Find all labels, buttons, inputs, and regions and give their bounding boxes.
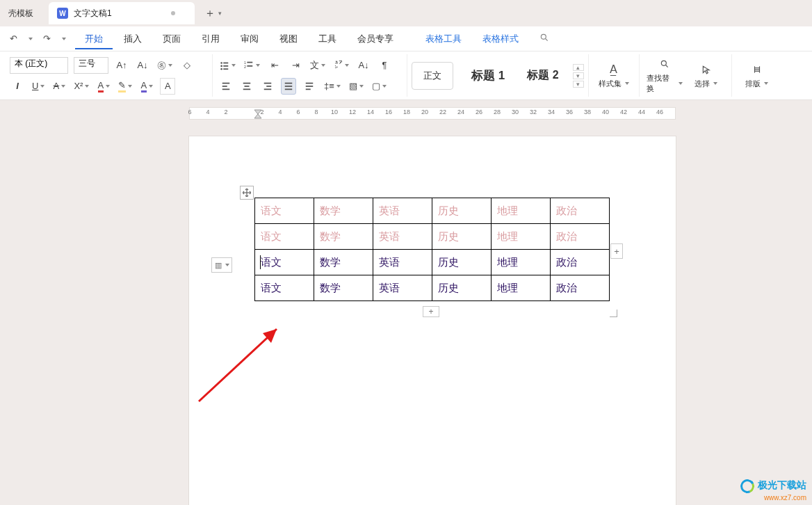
search-icon[interactable]: [539, 33, 549, 45]
menu-table-style[interactable]: 表格样式: [473, 29, 528, 49]
line-spacing-button[interactable]: ‡≡: [323, 78, 342, 95]
select-button[interactable]: 选择: [687, 54, 726, 97]
table-cell[interactable]: 数学: [314, 224, 373, 250]
chevron-down-icon[interactable]: ▾: [573, 72, 584, 79]
table-cell[interactable]: 英语: [373, 250, 432, 275]
table-cell[interactable]: 历史: [432, 250, 492, 275]
horizontal-ruler[interactable]: 6422468101214161820222426283032343638404…: [0, 107, 812, 122]
underline-button[interactable]: U: [31, 78, 46, 95]
table-row[interactable]: 语文 数学 英语 历史 地理 政治: [255, 275, 610, 301]
quick-access-more[interactable]: [56, 31, 71, 47]
table-cell[interactable]: 数学: [314, 250, 373, 275]
layout-button[interactable]: 排版: [738, 60, 777, 92]
style-heading2[interactable]: 标题 2: [516, 59, 569, 93]
add-row-button[interactable]: +: [423, 306, 439, 317]
style-normal[interactable]: 正文: [412, 62, 453, 90]
sort-button[interactable]: A↓: [356, 57, 371, 74]
table-cell[interactable]: 语文: [255, 198, 314, 224]
change-case-button[interactable]: ㊔: [156, 57, 174, 74]
font-color-button[interactable]: A: [96, 78, 111, 95]
superscript-button[interactable]: X²: [72, 78, 90, 95]
menu-insert[interactable]: 插入: [114, 29, 152, 49]
table-cell[interactable]: 语文: [255, 275, 314, 301]
document-table[interactable]: 语文 数学 英语 历史 地理 政治 语文 数学 英语 历史 地理 政治 语文 数…: [254, 198, 610, 301]
ruler-tick: 32: [530, 109, 537, 115]
align-left-button[interactable]: [218, 78, 234, 95]
table-cell[interactable]: 英语: [373, 224, 432, 250]
strike-button[interactable]: A: [51, 78, 67, 95]
align-center-button[interactable]: [239, 78, 254, 95]
style-heading1[interactable]: 标题 1: [460, 59, 516, 93]
shading-button[interactable]: A: [139, 78, 154, 95]
menu-table-tools[interactable]: 表格工具: [416, 29, 471, 49]
new-tab-button[interactable]: ＋ ▾: [204, 6, 222, 21]
table-move-handle[interactable]: [240, 186, 254, 200]
borders-button[interactable]: ▢: [371, 78, 388, 95]
table-cell[interactable]: 数学: [314, 198, 373, 224]
document-tab[interactable]: W 文字文稿1: [49, 2, 195, 24]
table-cell[interactable]: 数学: [314, 275, 373, 301]
table-cell[interactable]: 政治: [551, 224, 610, 250]
para-shading-button[interactable]: ▧: [348, 78, 365, 95]
table-options-button[interactable]: ▥: [211, 257, 232, 273]
table-cell[interactable]: 语文: [255, 224, 314, 250]
decrease-font-button[interactable]: A↓: [135, 57, 150, 74]
style-expand-icon[interactable]: ▾: [573, 81, 584, 88]
template-tab[interactable]: 壳模板: [0, 2, 42, 24]
watermark-title: 极光下载站: [758, 479, 806, 490]
character-border-button[interactable]: A: [160, 78, 175, 95]
font-family-select[interactable]: 本 (正文): [10, 57, 68, 74]
document-page[interactable]: [189, 136, 676, 505]
menu-page[interactable]: 页面: [153, 29, 190, 49]
table-cell[interactable]: 历史: [432, 224, 492, 250]
align-distribute-button[interactable]: [302, 78, 317, 95]
style-scroll-buttons[interactable]: ▴ ▾ ▾: [573, 64, 584, 88]
phonetic-guide-button[interactable]: ㍐: [332, 57, 350, 74]
undo-button[interactable]: ↶: [6, 31, 21, 47]
menu-start[interactable]: 开始: [75, 29, 113, 49]
table-cell[interactable]: 地理: [492, 224, 551, 250]
styleset-label: 样式集: [599, 79, 622, 89]
decrease-indent-button[interactable]: ⇤: [267, 57, 282, 74]
table-cell[interactable]: 历史: [432, 275, 492, 301]
document-canvas[interactable]: [0, 122, 812, 505]
undo-history-button[interactable]: [22, 31, 38, 47]
text-direction-button[interactable]: 文: [309, 57, 327, 74]
clear-format-button[interactable]: ◇: [179, 57, 195, 74]
styleset-button[interactable]: A̲ 样式集: [594, 60, 633, 92]
table-row[interactable]: 语文 数学 英语 历史 地理 政治: [255, 224, 610, 250]
menu-view[interactable]: 视图: [270, 29, 307, 49]
chevron-up-icon[interactable]: ▴: [573, 64, 584, 71]
bold-button[interactable]: I: [10, 78, 25, 95]
menu-member[interactable]: 会员专享: [348, 29, 403, 49]
bullets-button[interactable]: [218, 57, 237, 74]
redo-button[interactable]: ↷: [39, 31, 54, 47]
menu-tools[interactable]: 工具: [309, 29, 346, 49]
table-cell[interactable]: 历史: [432, 198, 492, 224]
indent-marker-left[interactable]: [253, 106, 263, 121]
numbering-button[interactable]: 12: [243, 57, 261, 74]
table-cell[interactable]: 地理: [492, 250, 551, 275]
table-cell[interactable]: 政治: [551, 198, 610, 224]
align-justify-button[interactable]: [281, 78, 296, 95]
table-resize-handle[interactable]: [608, 307, 617, 317]
table-cell[interactable]: 政治: [551, 250, 610, 275]
table-cell[interactable]: 英语: [373, 275, 432, 301]
align-right-button[interactable]: [260, 78, 275, 95]
menu-reference[interactable]: 引用: [192, 29, 229, 49]
show-marks-button[interactable]: ¶: [377, 57, 392, 74]
table-cell[interactable]: 英语: [373, 198, 432, 224]
add-column-button[interactable]: +: [610, 243, 623, 259]
increase-indent-button[interactable]: ⇥: [288, 57, 303, 74]
highlight-button[interactable]: ✎: [117, 78, 133, 95]
table-cell[interactable]: 地理: [492, 198, 551, 224]
menu-review[interactable]: 审阅: [231, 29, 268, 49]
table-row[interactable]: 语文 数学 英语 历史 地理 政治: [255, 250, 610, 275]
table-cell[interactable]: 政治: [551, 275, 610, 301]
increase-font-button[interactable]: A↑: [114, 57, 129, 74]
find-replace-button[interactable]: 查找替换: [645, 54, 684, 97]
table-cell[interactable]: 地理: [492, 275, 551, 301]
font-size-select[interactable]: 三号: [74, 57, 108, 74]
table-row[interactable]: 语文 数学 英语 历史 地理 政治: [255, 198, 610, 224]
table-cell-active[interactable]: 语文: [255, 250, 314, 275]
